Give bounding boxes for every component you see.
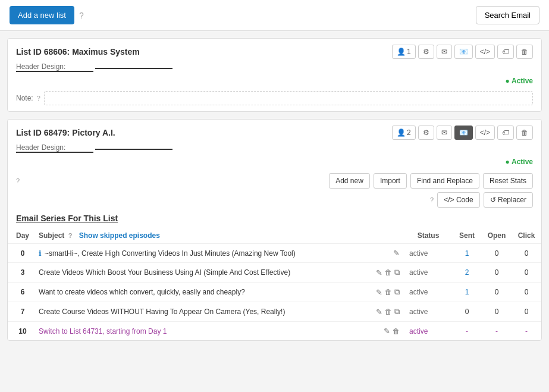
row-status: active [404, 244, 452, 263]
list2-header-design-line [95, 149, 172, 150]
list1-note-help-icon[interactable]: ? [37, 95, 40, 102]
code-btn-icon: </> [444, 196, 454, 204]
replacer-icon: ↺ [490, 196, 496, 204]
th-open: Open [482, 228, 512, 244]
code-btn[interactable]: </> Code [437, 192, 479, 208]
table-head: Day Subject ? Show skipped episodes Stat… [8, 228, 541, 244]
list1-note-input[interactable] [44, 91, 533, 105]
table-row: 0ℹ~smartHi~, Create High Converting Vide… [8, 244, 541, 263]
sent-link[interactable]: 1 [465, 288, 469, 296]
row-actions: ✎ [393, 249, 400, 258]
row-click: 0 [512, 283, 541, 302]
copy-icon[interactable]: ⧉ [394, 268, 400, 277]
list1-delete-button[interactable]: 🗑 [516, 45, 533, 59]
list1-note-label: Note: [16, 94, 33, 102]
list2-code-button[interactable]: </> [475, 126, 495, 140]
subscribe-icon: 📧 [459, 128, 468, 137]
delete-icon[interactable]: 🗑 [393, 327, 400, 335]
list1-email-button[interactable]: ✉ [437, 45, 452, 59]
row-actions: ✎🗑⧉ [376, 287, 400, 297]
replacer-label: Replacer [498, 196, 526, 204]
series-help-icon[interactable]: ? [16, 177, 20, 184]
find-replace-button[interactable]: Find and Replace [410, 173, 479, 189]
row-open: 0 [482, 244, 512, 263]
list1-people-button[interactable]: 👤 1 [392, 45, 416, 59]
row-subject-cell: Create Course Videos WITHOUT Having To A… [34, 302, 404, 321]
series-toolbar-buttons: Add new Import Find and Replace Reset St… [329, 173, 533, 189]
list1-status-bar: ● Active [8, 76, 541, 89]
people-icon: 👤 [397, 48, 406, 56]
row-sent: 0 [452, 302, 482, 322]
row-open: 0 [482, 263, 512, 283]
row-sent[interactable]: 1 [452, 283, 482, 302]
row-actions: ✎🗑 [384, 327, 400, 335]
list2-subscribe-button[interactable]: 📧 [454, 126, 473, 140]
delete-icon[interactable]: 🗑 [385, 288, 392, 296]
row-actions: ✎🗑⧉ [376, 268, 400, 277]
add-new-button[interactable]: Add new [329, 173, 370, 189]
list2-status: Active [512, 158, 533, 166]
row-day: 6 [8, 283, 34, 302]
subject-help-icon[interactable]: ? [68, 232, 73, 239]
code-btn-label: Code [456, 196, 473, 204]
row-click: 0 [512, 302, 541, 322]
edit-icon[interactable]: ✎ [376, 308, 382, 316]
email-rows: 0ℹ~smartHi~, Create High Converting Vide… [8, 244, 541, 341]
list1-tag-button[interactable]: 🏷 [497, 45, 514, 59]
edit-icon[interactable]: ✎ [376, 268, 382, 277]
list2-title: List ID 68479: Pictory A.I. [16, 128, 115, 137]
list2-email-button[interactable]: ✉ [437, 126, 452, 140]
list2-delete-button[interactable]: 🗑 [516, 126, 533, 140]
list1-settings-button[interactable]: ⚙ [418, 45, 434, 59]
search-email-button[interactable]: Search Email [476, 6, 539, 24]
th-day: Day [8, 228, 34, 244]
list1-code-button[interactable]: </> [475, 45, 495, 59]
list2-status-bar: ● Active [8, 156, 541, 170]
row-status: active [404, 302, 452, 322]
envelope-icon: ✉ [441, 128, 447, 137]
top-bar: Add a new list ? Search Email [0, 0, 549, 31]
envelope-icon: ✉ [441, 48, 447, 56]
list2-settings-button[interactable]: ⚙ [418, 126, 434, 140]
row-open: 0 [482, 302, 512, 322]
row-sent[interactable]: 1 [452, 244, 482, 263]
main-content: List ID 68606: Maximus System 👤 1 ⚙ ✉ 📧 … [0, 31, 549, 355]
row-subject[interactable]: Switch to List 64731, starting from Day … [39, 327, 167, 335]
list1-header-design-line [95, 68, 172, 69]
table-row: 6Want to create videos which convert, qu… [8, 283, 541, 302]
email-series-table-container: Day Subject ? Show skipped episodes Stat… [8, 228, 541, 340]
edit-icon[interactable]: ✎ [393, 249, 400, 258]
list2-header-design-label: Header Design: [16, 143, 93, 153]
import-button[interactable]: Import [374, 173, 407, 189]
list2-status-dot: ● [505, 158, 509, 166]
row-subject: Want to create videos which convert, qui… [39, 288, 245, 296]
delete-icon[interactable]: 🗑 [385, 308, 392, 316]
series-toolbar2-row: ? </> Code ↺ Replacer [8, 191, 541, 211]
sent-link[interactable]: 2 [465, 268, 469, 277]
list2-tag-button[interactable]: 🏷 [497, 126, 514, 140]
gear-icon: ⚙ [423, 48, 429, 56]
add-new-list-button[interactable]: Add a new list [10, 6, 74, 24]
replacer-btn[interactable]: ↺ Replacer [484, 192, 533, 208]
list1-header-design: Header Design: [8, 62, 541, 76]
row-subject-cell: Switch to List 64731, starting from Day … [34, 322, 404, 340]
list2-people-button[interactable]: 👤 2 [392, 126, 416, 140]
series-help2-icon[interactable]: ? [430, 196, 434, 203]
edit-icon[interactable]: ✎ [384, 327, 390, 335]
table-row: 7Create Course Videos WITHOUT Having To … [8, 302, 541, 322]
row-sent[interactable]: 2 [452, 263, 482, 283]
row-day: 0 [8, 244, 34, 263]
copy-icon[interactable]: ⧉ [394, 287, 400, 297]
copy-icon[interactable]: ⧉ [394, 307, 400, 316]
help-icon[interactable]: ? [79, 11, 84, 20]
delete-icon[interactable]: 🗑 [385, 268, 392, 277]
list1-status-dot: ● [505, 77, 509, 85]
list1-subscribe-button[interactable]: 📧 [454, 45, 473, 59]
reset-stats-button[interactable]: Reset Stats [483, 173, 533, 189]
list1-header: List ID 68606: Maximus System 👤 1 ⚙ ✉ 📧 … [8, 39, 541, 62]
edit-icon[interactable]: ✎ [376, 288, 382, 297]
show-skipped-episodes-link[interactable]: Show skipped episodes [79, 231, 160, 240]
sent-link[interactable]: 1 [465, 249, 469, 258]
info-icon[interactable]: ℹ [39, 249, 42, 258]
tag-icon: 🏷 [502, 128, 509, 137]
